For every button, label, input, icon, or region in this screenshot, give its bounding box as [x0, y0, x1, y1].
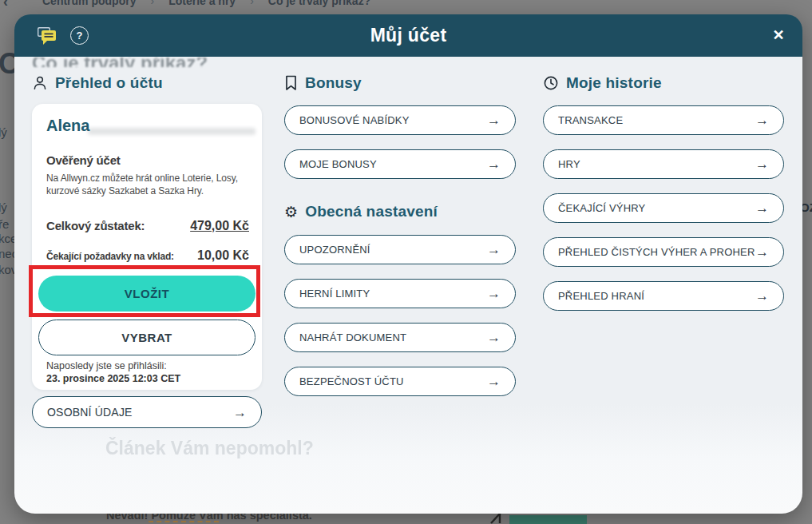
- menu-button[interactable]: HRY→: [543, 149, 784, 179]
- menu-button[interactable]: BEZPEČNOST ÚČTU→: [284, 367, 516, 396]
- section-heading-label: Moje historie: [566, 74, 662, 92]
- breadcrumb-separator-icon: ›: [150, 0, 154, 7]
- section-heading-label: Bonusy: [305, 74, 362, 92]
- menu-button[interactable]: PŘEHLED ČISTÝCH VÝHER A PROHER→: [543, 237, 784, 267]
- last-login: Naposledy jste se přihlásili: 23. prosin…: [46, 359, 180, 385]
- section-heading-label: Přehled o účtu: [55, 74, 163, 92]
- arrow-right-icon: →: [233, 406, 247, 419]
- withdraw-button[interactable]: VYBRAT: [38, 320, 255, 355]
- bookmark-icon: [284, 75, 298, 91]
- account-card: Alena Ověřený účet Na Allwyn.cz můžete h…: [32, 104, 262, 390]
- ghost-feedback-prompt: Článek Vám nepomohl?: [105, 438, 314, 459]
- menu-button-label: OSOBNÍ ÚDAJE: [47, 406, 133, 419]
- menu-button[interactable]: PŘEHLED HRANÍ→: [543, 281, 784, 311]
- account-description: Na Allwyn.cz můžete hrát online Loterie,…: [46, 172, 252, 197]
- section-heading-label: Obecná nastavení: [305, 203, 438, 220]
- arrow-right-icon: →: [755, 289, 769, 303]
- close-icon[interactable]: ✕: [770, 26, 787, 44]
- menu-button-label: ČEKAJÍCÍ VÝHRY: [558, 202, 645, 214]
- arrow-right-icon: →: [487, 375, 501, 388]
- pending-deposits-row: Čekající požadavky na vklad: 10,00 Kč: [46, 248, 249, 263]
- checkmark-icon: [489, 512, 513, 524]
- background-text-fragment: ře: [0, 218, 9, 230]
- bonuses-heading: Bonusy: [284, 73, 516, 93]
- menu-button-list: BONUSOVÉ NABÍDKY→MOJE BONUSY→: [284, 105, 516, 179]
- history-column: Moje historie TRANSAKCE→HRY→ČEKAJÍCÍ VÝH…: [543, 73, 784, 325]
- ghost-page-title: Co je trvalý příkaz?: [32, 58, 273, 67]
- breadcrumb: Centrum podpory › Loterie a hry › Co je …: [42, 0, 370, 7]
- last-login-value: 23. prosince 2025 12:03 CET: [46, 373, 180, 384]
- person-icon: [32, 75, 48, 91]
- menu-button[interactable]: TRANSAKCE→: [543, 105, 784, 135]
- breadcrumb-separator-icon: ›: [250, 0, 254, 7]
- background-text-fragment: lý: [0, 201, 7, 213]
- breadcrumb-back-chevron: ‹: [3, 0, 8, 10]
- menu-button-label: UPOZORNĚNÍ: [299, 244, 370, 256]
- arrow-right-icon: →: [755, 245, 769, 259]
- balance-label: Celkový zůstatek:: [46, 219, 145, 232]
- arrow-right-icon: →: [755, 157, 769, 171]
- general-settings-heading: ⚙ Obecná nastavení: [284, 202, 516, 221]
- menu-button[interactable]: ČEKAJÍCÍ VÝHRY→: [543, 193, 784, 223]
- arrow-right-icon: →: [487, 331, 501, 344]
- menu-button-label: BEZPEČNOST ÚČTU: [299, 375, 404, 387]
- background-button-fragment: [509, 515, 587, 524]
- account-status: Ověřený účet: [46, 153, 121, 167]
- modal-header: ? Můj účet ✕: [14, 14, 802, 57]
- menu-button-label: PŘEHLED ČISTÝCH VÝHER A PROHER: [558, 246, 755, 258]
- breadcrumb-item: Co je trvalý příkaz?: [268, 0, 370, 7]
- arrow-right-icon: →: [487, 243, 501, 256]
- pending-deposits-value: 10,00 Kč: [197, 248, 249, 263]
- balance-row: Celkový zůstatek: 479,00 Kč: [46, 219, 249, 233]
- hand-drawn-underline: [149, 521, 219, 522]
- deposit-button[interactable]: VLOŽIT: [38, 276, 255, 312]
- background-text-fragment: lý: [0, 126, 7, 138]
- my-account-modal: ? Můj účet ✕ Co je trvalý příkaz? Článek…: [14, 14, 802, 514]
- menu-button-label: HERNÍ LIMITY: [299, 288, 370, 300]
- menu-button-label: BONUSOVÉ NABÍDKY: [299, 114, 410, 126]
- menu-button-list: UPOZORNĚNÍ→HERNÍ LIMITY→NAHRÁT DOKUMENT→…: [284, 235, 516, 396]
- menu-button[interactable]: HERNÍ LIMITY→: [284, 279, 516, 308]
- bonuses-settings-column: Bonusy BONUSOVÉ NABÍDKY→MOJE BONUSY→ ⚙ O…: [284, 73, 516, 411]
- arrow-right-icon: →: [755, 201, 769, 215]
- breadcrumb-item: Centrum podpory: [42, 0, 136, 7]
- clock-icon: [543, 75, 559, 91]
- arrow-right-icon: →: [487, 157, 501, 171]
- menu-button-list: TRANSAKCE→HRY→ČEKAJÍCÍ VÝHRY→PŘEHLED ČIS…: [543, 105, 784, 311]
- arrow-right-icon: →: [755, 113, 769, 127]
- menu-button-label: PŘEHLED HRANÍ: [558, 290, 644, 302]
- menu-button-label: HRY: [558, 158, 580, 170]
- balance-value-link[interactable]: 479,00 Kč: [190, 219, 249, 233]
- gear-icon: ⚙: [284, 204, 298, 220]
- history-heading: Moje historie: [543, 73, 784, 93]
- ghost-text-bar: [88, 128, 255, 135]
- menu-button[interactable]: UPOZORNĚNÍ→: [284, 235, 516, 264]
- modal-title: Můj účet: [14, 25, 802, 46]
- pending-deposits-label: Čekající požadavky na vklad:: [46, 251, 174, 262]
- account-overview-column: Přehled o účtu Alena Ověřený účet Na All…: [32, 73, 262, 428]
- arrow-right-icon: →: [487, 287, 501, 300]
- menu-button-label: TRANSAKCE: [558, 114, 623, 126]
- menu-button[interactable]: BONUSOVÉ NABÍDKY→: [284, 105, 516, 135]
- menu-button-label: MOJE BONUSY: [299, 158, 377, 170]
- personal-data-button[interactable]: OSOBNÍ ÚDAJE →: [32, 396, 262, 428]
- breadcrumb-item: Loterie a hry: [168, 0, 236, 7]
- menu-button[interactable]: NAHRÁT DOKUMENT→: [284, 323, 516, 352]
- last-login-label: Naposledy jste se přihlásili:: [46, 360, 167, 371]
- arrow-right-icon: →: [487, 113, 501, 127]
- account-holder-name: Alena: [46, 117, 89, 135]
- account-overview-heading: Přehled o účtu: [32, 73, 262, 93]
- menu-button[interactable]: MOJE BONUSY→: [284, 149, 516, 179]
- menu-button-label: NAHRÁT DOKUMENT: [299, 331, 406, 343]
